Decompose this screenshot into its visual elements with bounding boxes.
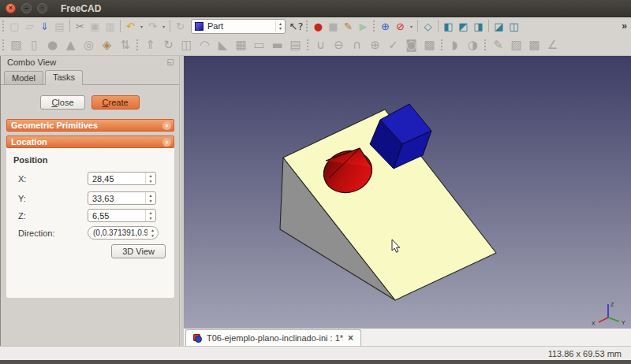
section-geometric-primitives[interactable]: Geometric Primitives » <box>6 119 174 132</box>
boolean-intersection-icon[interactable]: ∩ <box>348 36 366 54</box>
section-icon[interactable]: ◙ <box>402 36 420 54</box>
expand-chevron-icon[interactable]: » <box>162 121 171 130</box>
view-bottom-icon[interactable]: ◫ <box>506 19 521 34</box>
statusbar: 113.86 x 69.53 mm <box>0 346 631 360</box>
part-offset-icon[interactable]: ▭ <box>250 36 268 54</box>
x-field-spinner[interactable]: ▲▼ <box>145 173 155 184</box>
z-field[interactable]: 6,55 ▲▼ <box>88 209 156 222</box>
part-shape-builder-icon[interactable]: ⇅ <box>116 36 134 54</box>
workbench-selector[interactable]: Part ▲▼ <box>191 19 286 34</box>
dropdown-caret-icon[interactable]: ▾ <box>408 24 415 29</box>
view-front-icon[interactable]: ◧ <box>441 19 456 34</box>
document-tab-close-icon[interactable]: × <box>348 332 353 344</box>
measure-icon[interactable]: ∠ <box>543 36 562 54</box>
view-top-icon[interactable]: ◩ <box>456 19 471 34</box>
dropdown-caret-icon[interactable]: ▾ <box>138 24 145 29</box>
task-buttons-row: Close Create <box>1 95 179 110</box>
part-ruled-surface-icon[interactable]: ▦ <box>232 36 250 54</box>
direction-field-row: Direction: (0,0.371391,0.92 ▲▼ <box>18 226 166 240</box>
x-field[interactable]: 28,45 ▲▼ <box>88 172 156 185</box>
part-box-icon[interactable]: ▧ <box>7 36 25 54</box>
defeaturing-icon[interactable]: ▩ <box>420 36 439 54</box>
redo-icon[interactable]: ↷ <box>145 19 160 34</box>
copy-icon[interactable]: ▣ <box>88 19 103 34</box>
boolean-cut-icon[interactable]: ⊖ <box>330 36 348 54</box>
window-minimize-button[interactable]: – <box>21 3 32 13</box>
toolbar-grip[interactable] <box>2 39 5 50</box>
boolean-union-icon[interactable]: ∪ <box>312 36 330 54</box>
toolbar-grip[interactable] <box>306 20 308 32</box>
direction-combobox[interactable]: (0,0.371391,0.92 ▲▼ <box>88 226 159 240</box>
sketch-icon[interactable]: ✎ <box>489 36 507 54</box>
dropdown-caret-icon[interactable]: ▾ <box>160 24 167 29</box>
part-primitives-icon[interactable]: ◈ <box>98 36 116 54</box>
undo-icon[interactable]: ↶ <box>123 19 138 34</box>
view-axonometric-icon[interactable]: ◇ <box>420 19 435 34</box>
view-right-icon[interactable]: ◨ <box>471 19 486 34</box>
3d-viewport[interactable]: Z Y X <box>184 56 631 329</box>
paste-icon[interactable]: ▥ <box>103 19 118 34</box>
tab-model[interactable]: Model <box>4 71 43 84</box>
tab-tasks[interactable]: Tasks <box>45 70 83 85</box>
cut-icon[interactable]: ✂ <box>73 19 88 34</box>
macro-play-icon[interactable]: ▶ <box>356 19 371 34</box>
window-maximize-button[interactable]: ▫ <box>37 3 47 13</box>
boolean-compound-icon[interactable]: ⊕ <box>366 36 384 54</box>
view-rear-icon[interactable]: ◪ <box>491 19 506 34</box>
3d-scene[interactable]: Z Y X <box>184 56 631 329</box>
toolbar-file-group: ▢▱⇓▤✂▣▥↶▾↷▾↻ <box>0 19 188 34</box>
save-icon[interactable]: ⇓ <box>37 19 52 34</box>
print-icon[interactable]: ▤ <box>52 19 67 34</box>
window-close-button[interactable]: × <box>6 3 16 13</box>
3d-view-button[interactable]: 3D View <box>111 244 166 258</box>
cross-sections-icon[interactable]: ◑ <box>464 36 482 54</box>
close-button[interactable]: Close <box>40 95 84 110</box>
cross-section-icon[interactable]: ◗ <box>446 36 464 54</box>
toolbar-part-tools: ▧▯●▲◎◈⇅⇑↻◫◠◣▦▭▬▤∪⊖∩⊕✓◙▩◗◑✎▨▩∠ <box>0 35 631 56</box>
toolbar-grip[interactable] <box>373 20 375 32</box>
refresh-icon[interactable]: ↻ <box>173 19 188 34</box>
macro-edit-icon[interactable]: ✎ <box>341 19 356 34</box>
part-fillet-icon[interactable]: ◠ <box>196 36 214 54</box>
toolbar-overflow-chevron-icon[interactable]: » <box>622 20 627 32</box>
part-thickness-icon[interactable]: ▬ <box>268 36 286 54</box>
x-field-row: X: 28,45 ▲▼ <box>18 172 166 185</box>
workbench-selector-spinner[interactable]: ▲▼ <box>275 21 282 32</box>
y-field[interactable]: 33,63 ▲▼ <box>88 191 156 205</box>
part-loft-icon[interactable]: ▤ <box>286 36 304 54</box>
toolbar-grip[interactable] <box>441 39 443 50</box>
zoom-fit-all-icon[interactable]: ⊕ <box>378 19 393 34</box>
create-button[interactable]: Create <box>91 95 140 110</box>
toolbar-grip[interactable] <box>136 39 139 50</box>
part-chamfer-icon[interactable]: ◣ <box>214 36 232 54</box>
y-field-spinner[interactable]: ▲▼ <box>145 192 155 204</box>
part-cylinder-icon[interactable]: ▯ <box>25 36 43 54</box>
open-file-icon[interactable]: ▱ <box>22 19 37 34</box>
part-cone-icon[interactable]: ▲ <box>62 36 80 54</box>
part-mirror-icon[interactable]: ◫ <box>177 36 196 54</box>
direction-spinner[interactable]: ▲▼ <box>147 227 158 239</box>
part-torus-icon[interactable]: ◎ <box>80 36 98 54</box>
check-geometry-icon[interactable]: ✓ <box>384 36 402 54</box>
z-field-spinner[interactable]: ▲▼ <box>145 210 155 221</box>
macro-stop-icon[interactable]: ■ <box>326 19 341 34</box>
appearance-icon[interactable]: ▨ <box>507 36 525 54</box>
toolbar-grip[interactable] <box>2 20 5 32</box>
document-tab[interactable]: T06-ejemplo-plano-inclinado-ini : 1* × <box>185 329 361 346</box>
section-location[interactable]: Location » <box>6 136 174 148</box>
new-file-icon[interactable]: ▢ <box>7 19 22 34</box>
part-revolve-icon[interactable]: ↻ <box>159 36 177 54</box>
part-workbench-icon <box>195 22 203 31</box>
panel-float-icon[interactable]: ◱ <box>167 58 174 66</box>
toolbar-grip[interactable] <box>484 39 487 50</box>
toolbar-separator <box>488 20 489 32</box>
toolbar-grip[interactable] <box>307 39 309 50</box>
material-icon[interactable]: ▩ <box>525 36 543 54</box>
collapse-chevron-icon[interactable]: » <box>162 138 171 147</box>
draw-style-icon[interactable]: ⊘ <box>393 19 408 34</box>
tasks-panel: Close Create Geometric Primitives » Loca… <box>1 84 179 346</box>
part-extrude-icon[interactable]: ⇑ <box>141 36 159 54</box>
macro-record-icon[interactable]: ● <box>311 19 326 34</box>
part-sphere-icon[interactable]: ● <box>43 36 62 54</box>
whats-this-icon[interactable]: ↖? <box>289 19 304 34</box>
